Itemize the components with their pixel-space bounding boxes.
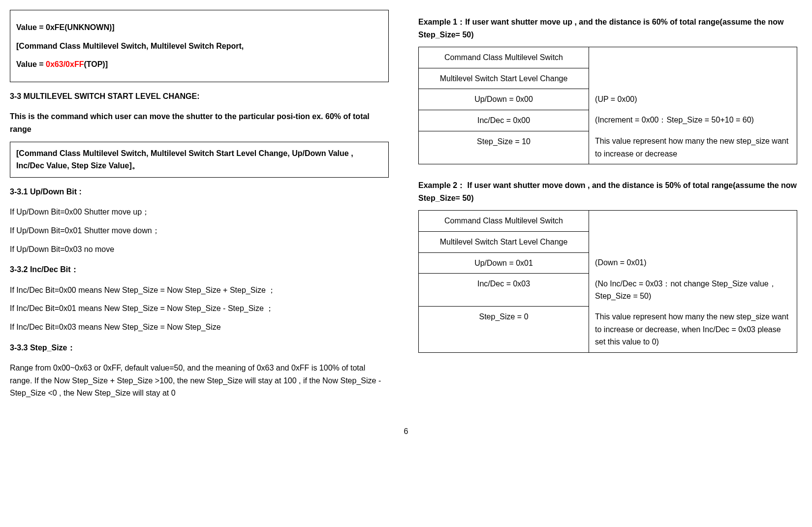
ex1-r3l: Up/Down = 0x00 [419,89,589,110]
ex1-r4r: (Increment = 0x00：Step_Size = 50+10 = 60… [589,110,797,131]
ex1-r5r: This value represent how many the new st… [589,131,797,164]
box1-line2: [Command Class Multilevel Switch, Multil… [16,40,382,53]
sub332-line3: If Inc/Dec Bit=0x03 means New Step_Size … [10,321,389,334]
ex1-r1r [589,47,797,68]
ex2-r3r: (Down = 0x01) [589,252,797,274]
sub331-line3: If Up/Down Bit=0x03 no move [10,243,389,256]
ex2-r2l: Multilevel Switch Start Level Change [419,232,589,253]
page-number: 6 [10,425,802,438]
box-value-report: Value = 0xFE(UNKNOWN)] [Command Class Mu… [10,10,389,82]
sub331-line2: If Up/Down Bit=0x01 Shutter move down； [10,224,389,237]
table-row: Multilevel Switch Start Level Change [419,68,797,89]
ex2-r5r: This value represent how many the new st… [589,307,797,352]
section-3-3-title: 3-3 MULTILEVEL SWITCH START LEVEL CHANGE… [10,90,389,103]
box1-line3-suffix: (TOP)] [84,60,108,68]
ex1-r4l: Inc/Dec = 0x00 [419,110,589,131]
box2-line1: [Command Class Multilevel Switch, Multil… [16,147,382,172]
example-1-title: Example 1：If user want shutter move up ,… [418,16,797,41]
ex2-r3l: Up/Down = 0x01 [419,252,589,274]
example-2-title: Example 2： If user want shutter move dow… [418,179,797,204]
table-row: Command Class Multilevel Switch [419,47,797,68]
example-1-table: Command Class Multilevel Switch Multilev… [418,47,797,164]
table-row: Inc/Dec = 0x00 (Increment = 0x00：Step_Si… [419,110,797,131]
section-3-3-2-title: 3-3.2 Inc/Dec Bit： [10,263,389,276]
section-3-3-intro: This is the command which user can move … [10,110,389,135]
left-column: Value = 0xFE(UNKNOWN)] [Command Class Mu… [10,10,389,405]
box1-line1: Value = 0xFE(UNKNOWN)] [16,21,382,34]
ex1-r1l: Command Class Multilevel Switch [419,47,589,68]
table-row: Command Class Multilevel Switch [419,211,797,232]
section-3-3-1-title: 3-3.1 Up/Down Bit : [10,186,389,198]
box1-line3: Value = 0x63/0xFF(TOP)] [16,58,382,71]
ex2-r2r [589,232,797,253]
ex2-r1r [589,211,797,232]
box1-line3-red: 0x63/0xFF [46,60,84,68]
table-row: Up/Down = 0x00 (UP = 0x00) [419,89,797,110]
ex2-r4r: (No Inc/Dec = 0x03：not change Step_Size … [589,274,797,307]
table-row: Multilevel Switch Start Level Change [419,232,797,253]
sub332-line1: If Inc/Dec Bit=0x00 means New Step_Size … [10,284,389,297]
sub332-line2: If Inc/Dec Bit=0x01 means New Step_Size … [10,302,389,315]
box-command-format: [Command Class Multilevel Switch, Multil… [10,142,389,178]
sub331-line1: If Up/Down Bit=0x00 Shutter move up； [10,206,389,218]
ex1-r2r [589,68,797,89]
table-row: Inc/Dec = 0x03 (No Inc/Dec = 0x03：not ch… [419,274,797,307]
ex2-r1l: Command Class Multilevel Switch [419,211,589,232]
table-row: Step_Size = 10 This value represent how … [419,131,797,164]
ex1-r5l: Step_Size = 10 [419,131,589,164]
example-2-table: Command Class Multilevel Switch Multilev… [418,210,797,352]
box1-line3-prefix: Value = [16,60,46,68]
ex2-r5l: Step_Size = 0 [419,307,589,352]
table-row: Up/Down = 0x01 (Down = 0x01) [419,252,797,274]
section-3-3-3-title: 3-3.3 Step_Size： [10,341,389,354]
ex1-r2l: Multilevel Switch Start Level Change [419,68,589,89]
page-content: Value = 0xFE(UNKNOWN)] [Command Class Mu… [10,10,797,405]
sub333-text: Range from 0x00~0x63 or 0xFF, default va… [10,362,389,400]
table-row: Step_Size = 0 This value represent how m… [419,307,797,352]
ex1-r3r: (UP = 0x00) [589,89,797,110]
right-column: Example 1：If user want shutter move up ,… [418,10,797,405]
ex2-r4l: Inc/Dec = 0x03 [419,274,589,307]
